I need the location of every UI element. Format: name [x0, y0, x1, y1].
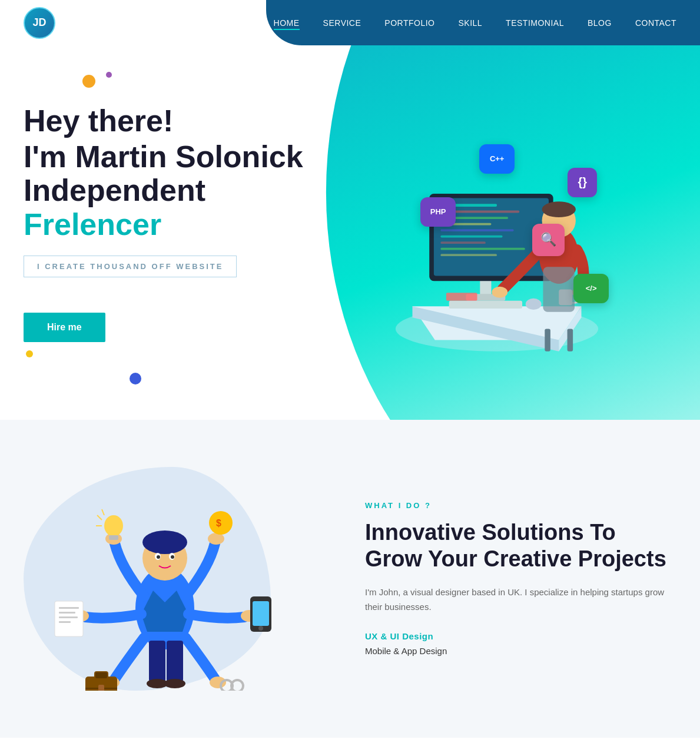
dot-blue-decorator [130, 373, 141, 384]
logo-text: JD [32, 16, 46, 29]
hire-me-button[interactable]: Hire me [24, 313, 105, 342]
service-ux-ui-link[interactable]: UX & UI Design [365, 631, 676, 641]
svg-rect-27 [545, 329, 550, 351]
svg-rect-52 [59, 621, 71, 623]
tech-icon-search: 🔍 [532, 224, 565, 256]
greeting-text: Hey there! [24, 104, 173, 138]
svg-point-68 [164, 679, 185, 688]
about-illustration: $ [24, 467, 306, 691]
svg-point-18 [526, 299, 542, 310]
svg-rect-48 [55, 601, 83, 636]
nav-links: HOME SERVICE PORTFOLIO SKILL TESTIMONIAL… [274, 18, 676, 28]
svg-point-44 [208, 533, 224, 545]
role-prefix: Independent [24, 173, 205, 207]
svg-text:$: $ [216, 518, 221, 528]
svg-rect-12 [441, 229, 514, 231]
role-highlight: Frelencer [24, 207, 161, 241]
hero-greeting: Hey there! [24, 104, 306, 138]
hero-content: Hey there! I'm Martin Solonick Independe… [0, 45, 306, 420]
tech-icon-php: PHP [420, 197, 456, 227]
nav-testimonial[interactable]: TESTIMONIAL [506, 18, 564, 28]
svg-rect-26 [543, 267, 575, 312]
svg-point-24 [492, 287, 508, 298]
svg-rect-15 [441, 248, 525, 250]
tagline-text: I CREATE THOUSAND OFF WEBSITE [37, 262, 223, 271]
svg-rect-61 [98, 685, 104, 691]
svg-point-33 [142, 531, 187, 554]
highlight-circle: o [196, 140, 215, 174]
svg-point-62 [210, 677, 226, 688]
hero-illustration: PHP C++ {} 🔍 </> [294, 45, 700, 420]
svg-rect-20 [446, 293, 477, 300]
svg-line-41 [97, 515, 102, 520]
svg-rect-65 [149, 641, 165, 682]
svg-point-39 [104, 515, 123, 536]
svg-point-56 [258, 626, 263, 631]
about-section: $ [0, 420, 700, 738]
svg-rect-13 [441, 236, 503, 238]
dot-yellow-decorator [26, 350, 33, 357]
tech-icon-cpp: C++ [479, 144, 515, 174]
about-content: WHAT I DO ? Innovative Solutions To Grow… [341, 501, 676, 657]
logo[interactable]: JD [24, 7, 55, 39]
hero-scene: PHP C++ {} 🔍 </> [350, 97, 644, 392]
svg-rect-40 [109, 535, 118, 540]
svg-point-23 [542, 201, 576, 217]
svg-rect-66 [167, 641, 183, 682]
svg-rect-59 [95, 672, 108, 679]
nav-portfolio[interactable]: PORTFOLIO [384, 18, 434, 28]
nav-skill[interactable]: SKILL [458, 18, 482, 28]
hero-section: Hey there! I'm Martin Solonick Independe… [0, 45, 700, 420]
svg-rect-50 [59, 612, 75, 614]
hero-tagline: I CREATE THOUSAND OFF WEBSITE [24, 256, 237, 277]
svg-rect-49 [59, 607, 79, 609]
hero-role: Independent Frelencer [24, 174, 306, 241]
hero-name: I'm Martin Solonick [24, 140, 306, 174]
svg-rect-51 [59, 616, 78, 618]
nav-service[interactable]: SERVICE [323, 18, 361, 28]
svg-rect-55 [253, 601, 269, 626]
svg-point-37 [171, 555, 174, 559]
svg-rect-14 [441, 241, 486, 244]
svg-rect-28 [568, 329, 573, 351]
about-section-tag: WHAT I DO ? [365, 501, 676, 510]
nav-contact[interactable]: CONTACT [635, 18, 676, 28]
nav-blog[interactable]: BLOG [588, 18, 612, 28]
tech-icon-code: </> [573, 274, 609, 303]
navbar: JD HOME SERVICE PORTFOLIO SKILL TESTIMON… [0, 0, 700, 45]
svg-point-36 [157, 555, 160, 559]
svg-rect-16 [441, 254, 497, 256]
svg-rect-17 [449, 301, 522, 309]
dot-orange-decorator [82, 75, 95, 88]
multitasker-illustration: $ [38, 467, 291, 691]
svg-line-43 [102, 509, 104, 515]
dot-purple-decorator [106, 72, 112, 78]
about-description: I'm John, a visual designer based in UK.… [365, 585, 676, 615]
tech-icon-braces: {} [568, 168, 597, 197]
nav-home[interactable]: HOME [274, 18, 300, 30]
service-mobile-app: Mobile & App Design [365, 646, 447, 656]
about-title: Innovative Solutions To Grow Your Creati… [365, 519, 676, 573]
